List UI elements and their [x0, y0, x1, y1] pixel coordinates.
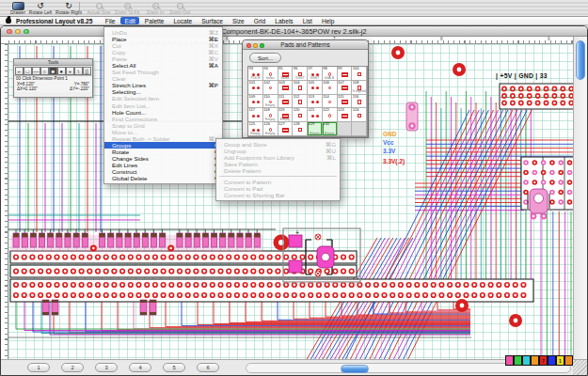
pattern-cell-114[interactable]: 114: [323, 95, 338, 109]
pattern-cell-110[interactable]: 110Empty: [263, 95, 278, 109]
pattern-cell-112[interactable]: 112: [293, 95, 308, 109]
toolbar-button-zoom-out[interactable]: −Zoom Out: [166, 1, 194, 15]
toolbar-button-actual-size[interactable]: ·Actual Size: [85, 1, 113, 15]
edit-menu-item-edit-item-list-[interactable]: Edit Item List...: [104, 102, 222, 109]
edit-menu-item-snap-to-grid[interactable]: Snap to Grid: [104, 122, 222, 129]
pattern-cell-122[interactable]: 122: [323, 108, 338, 122]
pattern-cell-109[interactable]: 109: [248, 95, 263, 109]
edit-menu-item-selecting-[interactable]: Selecting...: [104, 88, 222, 95]
tool-cross-icon[interactable]: +: [66, 67, 74, 75]
pattern-cell-107[interactable]: 107: [338, 81, 353, 95]
page-button-3[interactable]: 3: [95, 363, 118, 372]
pattern-cell-121[interactable]: 121: [308, 108, 323, 122]
menubar-item-labels[interactable]: Labels: [271, 17, 297, 24]
edit-menu-item-global-delete[interactable]: Global Delete►: [104, 175, 222, 181]
page-button-1[interactable]: 1: [27, 363, 50, 372]
zoom-button[interactable]: [24, 29, 29, 35]
menubar-item-size[interactable]: Size: [228, 17, 248, 24]
menubar-item-palette[interactable]: Palette: [140, 17, 168, 24]
tool-pad-icon[interactable]: ○: [40, 67, 49, 75]
pattern-cell-99[interactable]: 99: [338, 67, 353, 81]
pattern-cell-103[interactable]: 103: [278, 81, 294, 95]
edit-menu-item-repeat-both-solder[interactable]: Repeat Both -> Solder⌘Y: [104, 135, 222, 142]
page-button-2[interactable]: 2: [61, 363, 84, 372]
minimize-button[interactable]: [15, 29, 21, 35]
menubar-item-help[interactable]: Help: [317, 17, 339, 24]
layer-swatch-1[interactable]: [505, 355, 514, 366]
pattern-cell-101[interactable]: 101: [248, 81, 263, 95]
pattern-cell-116[interactable]: 116: [352, 95, 367, 109]
tool-pattern-icon[interactable]: ■: [49, 67, 57, 75]
groups-submenu-item-convert-to-pad[interactable]: Convert to Pad: [216, 185, 340, 192]
groups-submenu-item-ungroup[interactable]: Ungroup⌘U: [216, 148, 340, 154]
pattern-cell-120[interactable]: 120: [293, 108, 308, 122]
menubar-item-list[interactable]: List: [298, 17, 316, 24]
window-titlebar[interactable]: Component-BK-DE-104+-365POW rev 2.silk-j…: [1, 26, 587, 37]
layer-swatch-5[interactable]: 7: [539, 355, 548, 366]
menubar-item-grid[interactable]: Grid: [249, 17, 269, 24]
pattern-cell-95[interactable]: 95ho/ba: [278, 67, 294, 81]
pattern-cell-108[interactable]: 108S.legend: [352, 81, 367, 95]
horizontal-scroll-thumb[interactable]: [341, 365, 369, 373]
edit-menu-item-hole-count-[interactable]: Hole Count...: [104, 109, 222, 116]
pattern-cell-100[interactable]: 100: [352, 67, 367, 81]
groups-submenu-item-convert-to-shorting-bar[interactable]: Convert to Shorting Bar: [216, 192, 340, 198]
toolbar-button-zoom-to-fit[interactable]: xZoom To Fit: [113, 1, 141, 15]
pattern-cell-111[interactable]: 111: [278, 95, 294, 109]
layer-swatch-2[interactable]: [514, 355, 522, 366]
pattern-cell-106[interactable]: 106: [323, 81, 338, 95]
tool-fill-icon[interactable]: ●: [57, 67, 66, 75]
pattern-cell-97[interactable]: 97VGNT: [308, 67, 323, 81]
page-button-4[interactable]: 4: [129, 363, 151, 372]
menubar-item-surface[interactable]: Surface: [198, 17, 228, 24]
groups-submenu-item-add-footprints-from-library[interactable]: Add Footprints from Library⌘L: [216, 154, 340, 161]
edit-menu-item-set-feed-through[interactable]: Set Feed Through: [104, 69, 222, 75]
pattern-cell-130[interactable]: 130Empty: [323, 122, 338, 136]
pattern-cell-129[interactable]: 129Empty: [308, 122, 323, 136]
palette-zoom-button[interactable]: [260, 43, 264, 48]
close-button[interactable]: [7, 29, 12, 35]
edit-menu-item-construct[interactable]: Construct►: [104, 168, 222, 175]
resize-grip[interactable]: [573, 360, 587, 375]
page-button-5[interactable]: 5: [163, 363, 185, 372]
layer-swatch-8[interactable]: [564, 355, 573, 366]
pattern-cell-123[interactable]: 123: [338, 108, 353, 122]
groups-submenu-item-convert-to-pattern[interactable]: Convert to Pattern: [216, 179, 340, 185]
menubar-item-edit[interactable]: Edit: [120, 17, 139, 24]
edit-menu-item-change-sides[interactable]: Change Sides►: [104, 155, 222, 162]
edit-menu-item-groups[interactable]: Groups►: [104, 142, 222, 149]
groups-submenu-item-group-and-store[interactable]: Group and Store⌘G: [216, 141, 340, 148]
toolbar-button-rotate-left[interactable]: ↺Rotate Left: [26, 1, 55, 15]
edit-menu-item-undo[interactable]: UnDo⌘Z: [104, 29, 222, 36]
pattern-cell-102[interactable]: 102: [263, 81, 278, 95]
vertical-scrollbar[interactable]: [573, 37, 587, 359]
groups-submenu-item-delete-pattern[interactable]: Delete Pattern: [216, 167, 340, 174]
edit-menu-item-place[interactable]: Place⌘E: [104, 36, 222, 42]
pattern-cell-127[interactable]: 127: [278, 122, 294, 136]
edit-menu-item-cut[interactable]: Cut⌘X: [104, 42, 222, 49]
tool-rect-icon[interactable]: □: [24, 67, 32, 75]
layer-swatch-7[interactable]: 1: [556, 355, 564, 366]
tool-select-icon[interactable]: ⌐: [15, 67, 24, 75]
apple-menu-icon[interactable]: [6, 18, 11, 24]
pattern-cell-118[interactable]: 118Empty: [263, 108, 278, 122]
vertical-scroll-thumb[interactable]: [576, 40, 586, 80]
pattern-cell-98[interactable]: 98bVA.B: [323, 67, 338, 81]
pattern-cell-104[interactable]: 104: [293, 81, 308, 95]
edit-menu-item-edit-lines[interactable]: Edit Lines►: [104, 162, 222, 168]
pattern-cell-117[interactable]: 117: [248, 108, 263, 122]
tool-hatch-icon[interactable]: ▒: [83, 67, 91, 75]
menubar-item-locate[interactable]: Locate: [169, 17, 197, 24]
edit-menu-item-copy[interactable]: Copy⌘C: [104, 49, 222, 55]
sort-button[interactable]: Sort...: [249, 53, 281, 63]
edit-menu-item-edit-selected-item[interactable]: Edit Selected Item: [104, 95, 222, 102]
menubar-item-file[interactable]: File: [101, 17, 119, 24]
pattern-cell-94[interactable]: 94ho/ba: [263, 67, 278, 81]
pattern-cell-93[interactable]: 93P16.H: [248, 67, 263, 81]
edit-menu-item-stretch-lines[interactable]: Stretch Lines⌘P: [104, 82, 222, 88]
edit-menu-item-find-connections[interactable]: Find Connections: [104, 116, 222, 122]
tool-diagonal-icon[interactable]: \: [74, 67, 83, 75]
pattern-cell-105[interactable]: 105: [308, 81, 323, 95]
tool-line-icon[interactable]: —: [32, 67, 40, 75]
pattern-cell-124[interactable]: 124: [352, 108, 367, 122]
